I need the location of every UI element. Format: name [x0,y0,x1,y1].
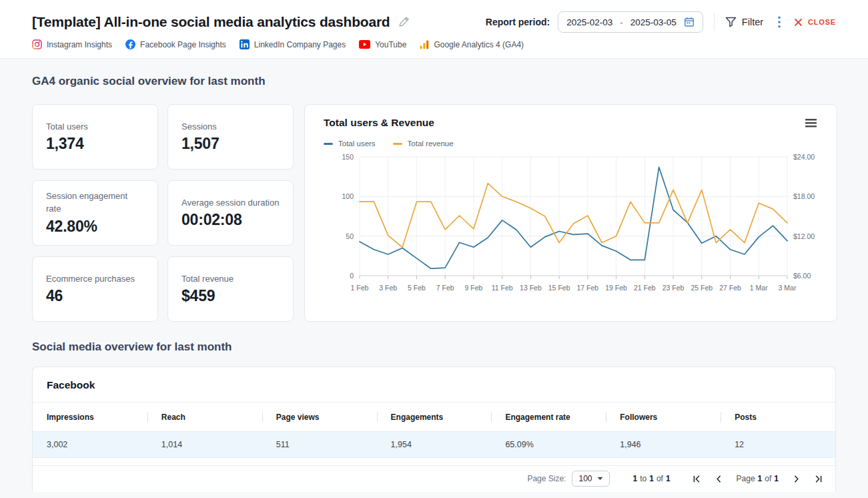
svg-text:15 Feb: 15 Feb [548,284,570,292]
stat-card-average-session-duration: Average session duration00:02:08 [167,180,294,246]
line-chart: 1 Feb3 Feb5 Feb7 Feb9 Feb11 Feb13 Feb15 … [324,150,818,302]
source-item-linkedin-company-pages: LinkedIn Company Pages [240,39,346,49]
facebook-title: Facebook [33,367,835,402]
table-cell: 12 [721,432,835,457]
svg-text:13 Feb: 13 Feb [520,284,542,292]
legend-label: Total revenue [408,140,454,148]
table-cell: 511 [262,432,377,457]
facebook-card: Facebook ImpressionsReachPage viewsEngag… [32,366,836,492]
svg-text:3 Feb: 3 Feb [379,284,397,292]
stat-label: Total revenue [181,273,280,286]
table-header-row: ImpressionsReachPage viewsEngagementsEng… [33,403,835,431]
svg-text:$6.00: $6.00 [793,272,811,280]
stat-card-ecommerce-purchases: Ecommerce purchases46 [32,256,158,322]
column-header-engagement-rate: Engagement rate [491,403,606,431]
stat-label: Average session duration [181,197,280,210]
source-item-google-analytics-4-ga4: Google Analytics 4 (GA4) [420,40,524,49]
svg-text:$24.00: $24.00 [793,153,815,161]
source-label: Instagram Insights [47,40,112,49]
linkedin-icon [240,39,250,49]
facebook-icon [125,39,135,49]
date-separator: - [620,17,623,27]
page-size-value: 100 [578,474,592,483]
filter-icon [725,17,737,27]
svg-text:$12.00: $12.00 [793,232,815,240]
svg-text:$18.00: $18.00 [793,192,815,200]
svg-text:50: 50 [346,232,354,240]
next-page-button[interactable] [794,475,799,483]
hamburger-icon [805,119,817,128]
stat-card-session-engagement-rate: Session engagement rate42.80% [32,180,158,246]
column-header-page-views: Page views [262,403,377,431]
page-size-label: Page Size: [527,474,566,483]
table-cell: 1,954 [377,432,492,457]
source-item-facebook-page-insights: Facebook Page Insights [125,39,226,49]
pencil-icon [398,17,409,27]
svg-text:7 Feb: 7 Feb [436,284,454,292]
last-page-button[interactable] [815,475,822,483]
chart-title: Total users & Revenue [324,117,434,129]
date-range-picker[interactable]: 2025-02-03 - 2025-03-05 [558,11,703,33]
column-header-engagements: Engagements [377,403,492,431]
ga4-section-heading: GA4 organic social overview for last mon… [32,75,836,88]
stats-grid: Total users1,374Sessions1,507Session eng… [32,104,294,322]
column-header-reach: Reach [147,403,262,431]
stat-label: Session engagement rate [46,190,144,216]
stat-value: 00:02:08 [181,211,280,229]
svg-text:1 Mar: 1 Mar [750,284,768,292]
dashboard-page: [Template] All-in-one social media analy… [0,0,868,498]
stat-label: Total users [46,121,144,134]
stat-value: 1,374 [46,135,144,153]
svg-text:9 Feb: 9 Feb [465,284,483,292]
first-page-button[interactable] [693,475,701,483]
table-cell: 1,014 [147,432,262,457]
column-header-impressions: Impressions [33,403,147,431]
google-analytics-icon [420,40,429,49]
facebook-table-body: 3,0021,0145111,95465.09%1,94612 [33,431,835,458]
app-header: [Template] All-in-one social media analy… [0,0,868,59]
instagram-icon [32,39,42,49]
svg-text:27 Feb: 27 Feb [719,284,741,292]
svg-text:1 Feb: 1 Feb [351,284,369,292]
page-indicator: Page1of1 [737,474,779,483]
legend-swatch [324,143,333,145]
chart-menu-button[interactable] [804,117,818,129]
page-body: GA4 organic social overview for last mon… [0,75,868,492]
stat-value: 42.80% [46,218,144,236]
legend-item-total-users: Total users [324,140,376,148]
column-header-followers: Followers [606,403,721,431]
page-title: [Template] All-in-one social media analy… [32,14,390,30]
svg-text:11 Feb: 11 Feb [492,284,513,292]
filter-button[interactable]: Filter [725,17,763,27]
kebab-menu-button[interactable] [778,16,781,28]
filter-label: Filter [742,17,763,27]
range-text: 1to1of1 [632,474,670,483]
stat-value: $459 [181,287,280,305]
stat-card-sessions: Sessions1,507 [167,104,294,170]
header-divider [714,13,715,31]
pager: Page1of1 [693,474,822,483]
stat-value: 1,507 [181,135,280,153]
svg-text:3 Mar: 3 Mar [779,284,797,292]
prev-page-button[interactable] [716,475,721,483]
source-item-youtube: YouTube [359,40,406,49]
svg-text:19 Feb: 19 Feb [605,284,627,292]
source-item-instagram-insights: Instagram Insights [32,39,112,49]
source-label: Google Analytics 4 (GA4) [434,40,524,49]
youtube-icon [359,40,370,49]
stat-card-total-users: Total users1,374 [32,104,158,170]
source-label: Facebook Page Insights [140,40,226,49]
svg-text:23 Feb: 23 Feb [663,284,685,292]
close-icon [794,18,803,27]
close-button[interactable]: CLOSE [794,18,836,27]
chart-card: Total users & Revenue Total usersTotal r… [304,104,837,322]
svg-text:0: 0 [350,272,354,280]
source-list: Instagram InsightsFacebook Page Insights… [32,39,836,49]
table-cell: 1,946 [606,432,721,457]
kebab-icon [778,16,781,28]
source-label: YouTube [375,40,406,49]
social-section-heading: Social media overview for last month [32,340,836,354]
edit-title-button[interactable] [398,17,409,27]
page-size-select[interactable]: 100 [572,471,610,487]
svg-text:150: 150 [342,153,354,161]
